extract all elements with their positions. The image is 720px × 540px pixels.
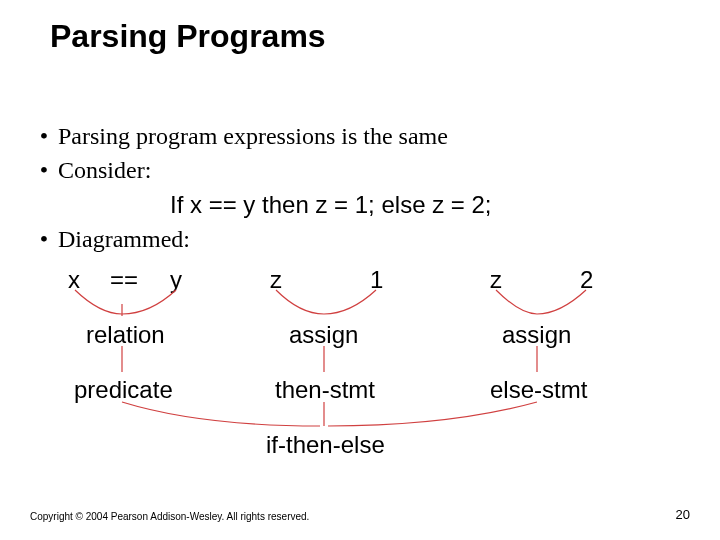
leaf-two: 2	[580, 264, 593, 296]
bullet-2: • Consider:	[30, 154, 690, 186]
slide-title: Parsing Programs	[50, 18, 326, 55]
copyright-footer: Copyright © 2004 Pearson Addison-Wesley.…	[30, 511, 690, 522]
node-root: if-then-else	[266, 429, 385, 461]
node-predicate: predicate	[74, 374, 173, 406]
page-number: 20	[676, 507, 690, 522]
parse-diagram: x == y z 1 z 2 relation assign assign pr…	[30, 264, 690, 484]
bullet-1: • Parsing program expressions is the sam…	[30, 120, 690, 152]
bullet-3: • Diagrammed:	[30, 223, 690, 255]
leaf-eq: ==	[110, 264, 138, 296]
node-relation: relation	[86, 319, 165, 351]
leaf-x: x	[68, 264, 80, 296]
node-assign-1: assign	[289, 319, 358, 351]
bullet-1-text: Parsing program expressions is the same	[58, 120, 448, 152]
slide-body: • Parsing program expressions is the sam…	[30, 120, 690, 484]
node-then-stmt: then-stmt	[275, 374, 375, 406]
node-assign-2: assign	[502, 319, 571, 351]
leaf-z2: z	[490, 264, 502, 296]
leaf-y: y	[170, 264, 182, 296]
node-else-stmt: else-stmt	[490, 374, 587, 406]
bullet-dot: •	[30, 223, 58, 255]
bullet-dot: •	[30, 120, 58, 152]
bullet-3-text: Diagrammed:	[58, 223, 190, 255]
leaf-one: 1	[370, 264, 383, 296]
leaf-z1: z	[270, 264, 282, 296]
bullet-2-text: Consider:	[58, 154, 151, 186]
code-line: If x == y then z = 1; else z = 2;	[170, 189, 690, 221]
bullet-dot: •	[30, 154, 58, 186]
